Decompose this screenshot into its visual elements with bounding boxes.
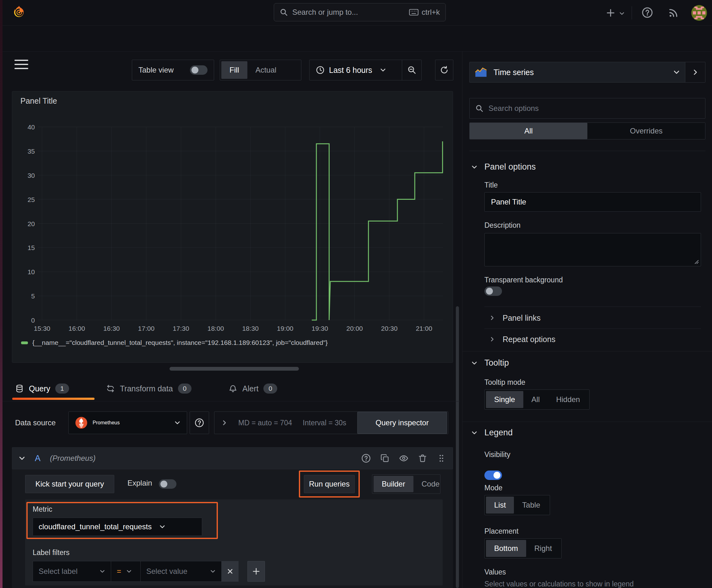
refresh-button[interactable] (435, 60, 453, 80)
visualization-name: Time series (494, 68, 534, 77)
chevron-right-icon (490, 315, 495, 321)
legend-visibility-toggle[interactable] (484, 470, 502, 480)
tab-overrides[interactable]: Overrides (587, 123, 705, 139)
grafana-logo[interactable] (12, 4, 26, 21)
query-help-icon[interactable] (361, 453, 371, 463)
chevron-down-icon (159, 524, 166, 530)
operator-dropdown[interactable]: = (111, 561, 141, 582)
menu-hamburger-icon[interactable] (15, 60, 28, 69)
resize-handle-icon[interactable] (694, 259, 699, 264)
legend-placement-bottom[interactable]: Bottom (486, 540, 526, 557)
run-queries-button[interactable]: Run queries (304, 475, 355, 493)
database-icon (15, 384, 24, 393)
table-view-toggle[interactable] (190, 65, 208, 75)
alert-count-badge: 0 (263, 383, 277, 394)
time-series-chart[interactable]: 051015202530354015:3016:0016:3017:0017:3… (12, 91, 453, 363)
tab-all[interactable]: All (470, 123, 587, 139)
active-tab-underline (12, 398, 94, 400)
news-rss-icon[interactable] (668, 7, 679, 18)
code-option[interactable]: Code (413, 476, 448, 492)
select-label-dropdown[interactable]: Select label (33, 561, 111, 582)
transparent-background-toggle[interactable] (484, 287, 502, 296)
time-range-picker[interactable]: Last 6 hours (309, 60, 402, 80)
y-tick-label: 35 (28, 148, 35, 155)
delete-query-trash-icon[interactable] (417, 453, 428, 463)
divider (484, 329, 701, 329)
description-textarea[interactable] (484, 233, 701, 266)
query-builder-body: Metric cloudflared_tunnel_total_requests… (25, 499, 443, 586)
panel-links-section[interactable]: Panel links (490, 312, 541, 323)
remove-filter-button[interactable] (222, 561, 239, 582)
x-tick-label: 20:00 (346, 325, 363, 332)
add-new-chevron-icon[interactable] (619, 11, 625, 16)
refresh-icon (439, 65, 449, 75)
y-tick-label: 10 (28, 268, 35, 275)
x-tick-label: 21:00 (416, 325, 432, 332)
explain-toggle[interactable] (159, 479, 176, 489)
zoom-out-icon (407, 65, 416, 75)
legend-series-label: {__name__="cloudflared_tunnel_total_requ… (33, 339, 328, 346)
fill-option[interactable]: Fill (221, 61, 247, 79)
legend-placement-right[interactable]: Right (526, 540, 560, 557)
datasource-help-button[interactable] (190, 412, 209, 434)
datasource-picker[interactable]: Prometheus (68, 412, 187, 434)
panel-title-input[interactable]: Panel Title (484, 192, 701, 212)
interval-summary: Interval = 30s (303, 419, 346, 427)
legend-section-header[interactable]: Legend (471, 428, 513, 438)
avatar[interactable] (691, 5, 707, 21)
actual-option[interactable]: Actual (247, 61, 285, 79)
zoom-out-button[interactable] (402, 60, 421, 80)
x-tick-label: 18:00 (208, 325, 224, 332)
drag-grip-icon[interactable] (436, 453, 447, 463)
tab-alert[interactable]: Alert 0 (229, 376, 277, 401)
visualization-picker[interactable]: Time series (469, 62, 685, 83)
y-tick-label: 25 (28, 196, 35, 203)
tooltip-section-header[interactable]: Tooltip (471, 358, 509, 368)
add-new-button[interactable] (606, 8, 615, 18)
divider (469, 151, 706, 151)
tooltip-mode-all[interactable]: All (523, 391, 548, 408)
panel-options-section-header[interactable]: Panel options (471, 162, 536, 172)
x-tick-label: 19:30 (312, 325, 328, 332)
select-value-dropdown[interactable]: Select value (141, 561, 222, 582)
legend-mode-radio-group: List Table (484, 495, 550, 515)
label-filter-row: Select label = Select value (33, 561, 265, 582)
toggle-visibility-eye-icon[interactable] (399, 453, 409, 463)
add-filter-button[interactable] (247, 561, 265, 582)
grafana-edit-panel-page: Search or jump to... ctrl+k Home › Dashb… (0, 0, 712, 588)
tooltip-mode-single[interactable]: Single (486, 391, 523, 408)
chevron-down-icon (471, 360, 477, 366)
panel-preview: Panel Title 051015202530354015:3016:0016… (12, 91, 453, 363)
repeat-options-section[interactable]: Repeat options (490, 334, 555, 345)
fill-actual-switch: Fill Actual (220, 60, 301, 80)
metric-select[interactable]: cloudflared_tunnel_total_requests (33, 518, 202, 536)
clock-icon (316, 66, 325, 75)
y-tick-label: 15 (28, 244, 35, 251)
bell-icon (229, 384, 237, 393)
query-inspector-button[interactable]: Query inspector (357, 412, 447, 434)
query-editor-section: A (Prometheus) Kick start your query Exp… (12, 447, 453, 588)
builder-option[interactable]: Builder (373, 476, 413, 492)
options-filter-tabs: All Overrides (469, 123, 706, 140)
series-line (312, 141, 443, 320)
scrollbar[interactable] (456, 306, 459, 588)
tooltip-mode-hidden[interactable]: Hidden (548, 391, 588, 408)
global-search-input[interactable]: Search or jump to... ctrl+k (274, 3, 446, 21)
options-search-input[interactable]: Search options (469, 98, 706, 119)
help-icon[interactable] (642, 7, 653, 18)
legend-mode-list[interactable]: List (486, 497, 514, 513)
chevron-right-icon[interactable] (221, 420, 228, 426)
legend-values-hint: Select values or calculations to show in… (484, 580, 634, 588)
query-row-header[interactable]: A (Prometheus) (12, 447, 453, 469)
tab-transform-data[interactable]: Transform data 0 (106, 376, 192, 401)
duplicate-query-icon[interactable] (380, 453, 390, 463)
section-divider (462, 351, 712, 352)
chevron-down-icon (673, 69, 680, 76)
chart-legend[interactable]: {__name__="cloudflared_tunnel_total_requ… (21, 339, 328, 346)
pane-resize-handle[interactable] (170, 367, 299, 371)
close-icon (226, 568, 234, 575)
toggle-viz-pane-button[interactable] (685, 62, 706, 83)
collapse-chevron-down-icon[interactable] (19, 455, 25, 462)
kick-start-query-button[interactable]: Kick start your query (25, 475, 114, 493)
legend-mode-table[interactable]: Table (514, 497, 548, 513)
